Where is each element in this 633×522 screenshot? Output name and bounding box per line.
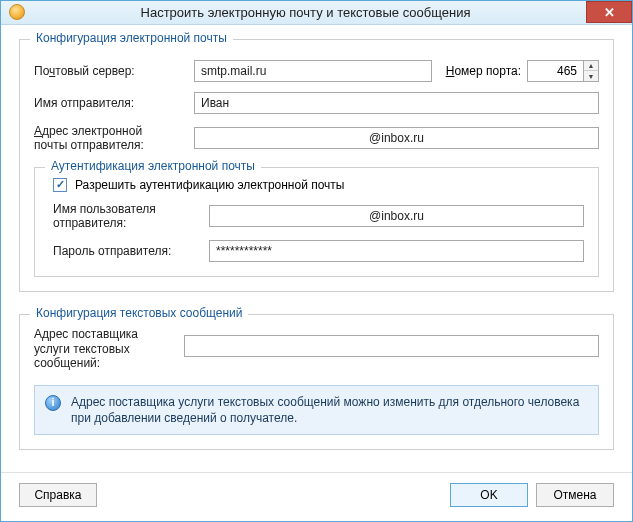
port-wrap: Номер порта: ▲ ▼	[446, 60, 599, 82]
enable-auth-checkbox[interactable]: ✓	[53, 178, 67, 192]
close-button[interactable]: ✕	[586, 1, 632, 23]
auth-pass-label: Пароль отправителя:	[49, 244, 209, 258]
mail-server-row: Почтовый сервер: Номер порта: ▲ ▼	[34, 60, 599, 82]
sms-config-group: Конфигурация текстовых сообщений Адрес п…	[19, 314, 614, 450]
auth-pass-input[interactable]	[209, 240, 584, 262]
dialog-window: Настроить электронную почту и текстовые …	[0, 0, 633, 522]
port-spin-buttons: ▲ ▼	[583, 60, 599, 82]
app-icon	[9, 4, 25, 20]
enable-auth-label: Разрешить аутентификацию электронной поч…	[75, 178, 345, 192]
sender-name-row: Имя отправителя:	[34, 92, 599, 114]
sms-config-legend: Конфигурация текстовых сообщений	[30, 306, 248, 320]
sender-name-label: Имя отправителя:	[34, 96, 194, 110]
sms-provider-label: Адрес поставщика услуги текстовых сообще…	[34, 327, 184, 370]
content-area: Конфигурация электронной почты Почтовый …	[1, 25, 632, 472]
sms-info-box: i Адрес поставщика услуги текстовых сооб…	[34, 385, 599, 435]
sender-address-row: Адрес электронной почты отправителя:	[34, 124, 599, 153]
port-spinner: ▲ ▼	[527, 60, 599, 82]
mail-server-label: Почтовый сервер:	[34, 64, 194, 78]
mail-server-input[interactable]	[194, 60, 432, 82]
info-icon: i	[45, 395, 61, 411]
email-config-legend: Конфигурация электронной почты	[30, 31, 233, 45]
email-auth-legend: Аутентификация электронной почты	[45, 159, 261, 173]
port-spin-down[interactable]: ▼	[584, 71, 598, 81]
sender-name-input[interactable]	[194, 92, 599, 114]
auth-user-label: Имя пользователя отправителя:	[49, 202, 209, 231]
auth-pass-row: Пароль отправителя:	[49, 240, 584, 262]
port-label: Номер порта:	[446, 64, 521, 78]
close-icon: ✕	[604, 5, 615, 20]
enable-auth-row: ✓ Разрешить аутентификацию электронной п…	[53, 178, 584, 192]
titlebar: Настроить электронную почту и текстовые …	[1, 1, 632, 25]
ok-button[interactable]: OK	[450, 483, 528, 507]
port-spin-up[interactable]: ▲	[584, 61, 598, 72]
cancel-button[interactable]: Отмена	[536, 483, 614, 507]
auth-user-input[interactable]	[209, 205, 584, 227]
help-button[interactable]: Справка	[19, 483, 97, 507]
email-auth-group: Аутентификация электронной почты ✓ Разре…	[34, 167, 599, 278]
sms-provider-row: Адрес поставщика услуги текстовых сообще…	[34, 327, 599, 370]
email-config-group: Конфигурация электронной почты Почтовый …	[19, 39, 614, 293]
footer: Справка OK Отмена	[1, 472, 632, 521]
window-title: Настроить электронную почту и текстовые …	[25, 5, 632, 20]
sms-provider-input[interactable]	[184, 335, 599, 357]
sender-address-input[interactable]	[194, 127, 599, 149]
check-icon: ✓	[56, 178, 65, 191]
sender-address-label: Адрес электронной почты отправителя:	[34, 124, 194, 153]
auth-user-row: Имя пользователя отправителя:	[49, 202, 584, 231]
port-input[interactable]	[527, 60, 583, 82]
sms-info-text: Адрес поставщика услуги текстовых сообще…	[71, 394, 588, 426]
